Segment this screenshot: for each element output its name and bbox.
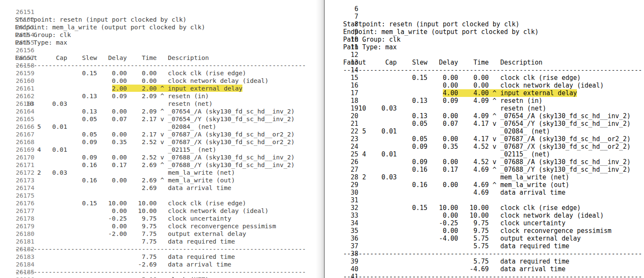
line-number: 7 — [340, 13, 358, 20]
line-number: 26161 — [15, 85, 35, 92]
line-text[interactable]: Endpoint: mem_la_write (output port cloc… — [340, 28, 539, 36]
line-text[interactable]: ----------------------------------------… — [340, 250, 642, 258]
line-text[interactable]: 7.75 data required time — [15, 253, 235, 261]
line-number: 26178 — [15, 215, 35, 222]
line-text[interactable]: ----------------------------------------… — [340, 66, 642, 74]
line-number: 31 — [340, 196, 358, 204]
line-text[interactable]: 0.13 0.09 4.09 ^ resetn (in) — [340, 97, 543, 105]
line-number: 27 — [340, 166, 358, 173]
line-number: 28 — [340, 173, 358, 181]
line-text[interactable]: 0.15 0.00 0.00 clock clk (rise edge) — [15, 69, 246, 77]
line-text[interactable]: 4.00 4.00 ^ input external delay — [340, 89, 577, 97]
line-text[interactable]: ----------------------------------------… — [15, 268, 306, 276]
code-line: 13 -------------------------------------… — [325, 51, 644, 59]
line-text[interactable]: 0.09 0.00 4.52 v _07688_/A (sky130_fd_sc… — [340, 158, 630, 166]
line-number: 22 — [340, 128, 358, 135]
line-text[interactable]: 7.75 data required time — [15, 238, 235, 245]
line-number: 26172 — [15, 169, 35, 176]
code-line: 6 — [325, 0, 644, 5]
line-number: 26165 — [15, 115, 35, 123]
line-text[interactable]: 10 0.03 resetn (net) — [340, 105, 546, 112]
line-text[interactable]: -2.00 7.75 output external delay — [15, 230, 246, 238]
line-text[interactable]: 4 0.01 _02115_ (net) — [15, 146, 216, 153]
line-text[interactable]: 0.05 0.07 2.17 v _07654_/Y (sky130_fd_sc… — [15, 115, 295, 123]
line-text[interactable]: 2 0.03 mem_la_write (net) — [340, 173, 569, 181]
line-text[interactable]: ----------------------------------------… — [15, 245, 306, 253]
line-text[interactable]: ----------------------------------------… — [15, 62, 306, 69]
code-line: 26157 ----------------------------------… — [0, 46, 316, 54]
line-number: 26164 — [15, 108, 35, 115]
line-text[interactable]: 5 0.01 _02084_ (net) — [15, 123, 216, 130]
line-text[interactable]: 0.16 0.00 2.69 ^ mem_la_write (out) — [15, 176, 235, 184]
line-text[interactable]: 5 0.01 _02084_ (net) — [340, 128, 550, 135]
pane-divider-line — [324, 0, 325, 278]
code-line: 7 Startpoint: resetn (input port clocked… — [325, 5, 644, 13]
line-text[interactable]: Endpoint: mem_la_write (output port cloc… — [15, 23, 205, 31]
line-number: 26 — [340, 158, 358, 166]
line-number: 26155 — [15, 39, 35, 46]
line-text[interactable]: -4.00 5.75 output external delay — [340, 235, 581, 242]
line-text[interactable]: 0.00 0.00 clock network delay (ideal) — [340, 82, 604, 89]
right-editor-pane[interactable]: 6 7 Startpoint: resetn (input port clock… — [325, 0, 644, 278]
line-text[interactable]: Startpoint: resetn (input port clocked b… — [15, 16, 186, 23]
line-text[interactable]: 5.06 slack (MET) — [15, 276, 209, 278]
line-text[interactable]: -0.25 9.75 clock uncertainty — [340, 219, 565, 227]
line-text[interactable]: 4 0.01 _02115_ (net) — [340, 150, 550, 158]
line-number: 34 — [340, 219, 358, 227]
line-text[interactable]: 0.13 0.00 4.09 ^ _07654_/A (sky130_fd_sc… — [340, 112, 630, 120]
line-number: 36 — [340, 235, 358, 242]
line-number: 26166 — [15, 123, 35, 130]
line-text[interactable]: -2.69 data arrival time — [15, 261, 231, 268]
line-number: 18 — [340, 97, 358, 105]
line-number: 26176 — [15, 199, 35, 207]
line-text[interactable]: Fanout Cap Slew Delay Time Description — [15, 54, 209, 62]
line-text[interactable]: 4.69 data arrival time — [340, 189, 565, 196]
line-text[interactable]: 0.15 10.00 10.00 clock clk (rise edge) — [15, 199, 246, 207]
line-number: 26180 — [15, 230, 35, 238]
left-editor-pane[interactable]: 26151 Startpoint: resetn (input port clo… — [0, 0, 316, 278]
line-number: 33 — [340, 212, 358, 219]
line-text[interactable]: 0.13 0.00 2.09 ^ _07654_/A (sky130_fd_sc… — [15, 108, 295, 115]
line-text[interactable]: 0.15 0.00 0.00 clock clk (rise edge) — [340, 74, 581, 82]
line-number: 17 — [340, 89, 358, 97]
line-text[interactable]: 2 0.03 mem_la_write (net) — [15, 169, 235, 176]
right-code-lines: 6 7 Startpoint: resetn (input port clock… — [325, 0, 644, 278]
line-text[interactable]: 0.09 0.00 2.52 v _07688_/A (sky130_fd_sc… — [15, 153, 295, 161]
line-number: 26174 — [15, 184, 35, 192]
line-text[interactable]: -4.69 data arrival time — [340, 265, 565, 273]
line-number: 26157 — [15, 54, 35, 62]
line-text[interactable]: 0.05 0.00 4.17 v _07687_/A (sky130_fd_sc… — [340, 135, 630, 143]
line-text[interactable]: -0.25 9.75 clock uncertainty — [15, 215, 231, 222]
line-text[interactable]: ----------------------------------------… — [340, 273, 642, 278]
line-number: 23 — [340, 135, 358, 143]
line-number: 26151 — [15, 8, 35, 16]
line-text[interactable]: 0.00 10.00 clock network delay (ideal) — [340, 212, 604, 219]
line-text[interactable]: 0.05 0.00 2.17 v _07687_/A (sky130_fd_sc… — [15, 130, 295, 138]
line-text[interactable]: 5.75 data required time — [340, 242, 569, 250]
line-number: 26183 — [15, 253, 35, 261]
line-text[interactable]: 0.00 10.00 clock network delay (ideal) — [15, 207, 268, 215]
line-text[interactable]: 2.00 2.00 ^ input external delay — [15, 85, 242, 92]
line-text[interactable]: 0.00 9.75 clock reconvergence pessimism — [15, 222, 276, 230]
line-text[interactable]: 0.13 0.09 2.09 ^ resetn (in) — [15, 92, 209, 100]
line-text[interactable]: 10 0.03 resetn (net) — [15, 100, 213, 108]
line-text[interactable]: 0.16 0.00 4.69 ^ mem_la_write (out) — [340, 181, 569, 189]
line-text[interactable]: Fanout Cap Slew Delay Time Description — [340, 59, 543, 66]
line-text[interactable]: 2.69 data arrival time — [15, 184, 231, 192]
line-text[interactable]: 0.16 0.17 4.69 ^ _07688_/Y (sky130_fd_sc… — [340, 166, 630, 173]
code-line: 26151 Startpoint: resetn (input port clo… — [0, 0, 316, 8]
pane-divider[interactable] — [316, 0, 324, 278]
line-text[interactable]: Startpoint: resetn (input port clocked b… — [340, 20, 519, 28]
line-number: 26185 — [15, 268, 35, 276]
line-text[interactable]: 0.00 0.00 clock network delay (ideal) — [15, 77, 268, 85]
code-line: 32 0.00 10.00 clock network delay (ideal… — [325, 196, 644, 204]
line-text[interactable]: 0.09 0.35 4.52 v _07687_/X (sky130_fd_sc… — [340, 143, 630, 150]
code-line: 26152 Endpoint: mem_la_write (output por… — [0, 8, 316, 16]
line-number: 20 — [340, 112, 358, 120]
line-text[interactable]: 5.75 data required time — [340, 258, 569, 265]
line-text[interactable]: 0.05 0.07 4.17 v _07654_/Y (sky130_fd_sc… — [340, 120, 630, 128]
line-text[interactable]: 0.09 0.35 2.52 v _07687_/X (sky130_fd_sc… — [15, 138, 295, 146]
line-text[interactable]: 0.16 0.17 2.69 ^ _07688_/Y (sky130_fd_sc… — [15, 161, 295, 169]
line-text[interactable]: 0.15 10.00 10.00 clock clk (rise edge) — [340, 204, 581, 212]
line-text[interactable]: 0.00 9.75 clock reconvergence pessimism — [340, 227, 611, 235]
